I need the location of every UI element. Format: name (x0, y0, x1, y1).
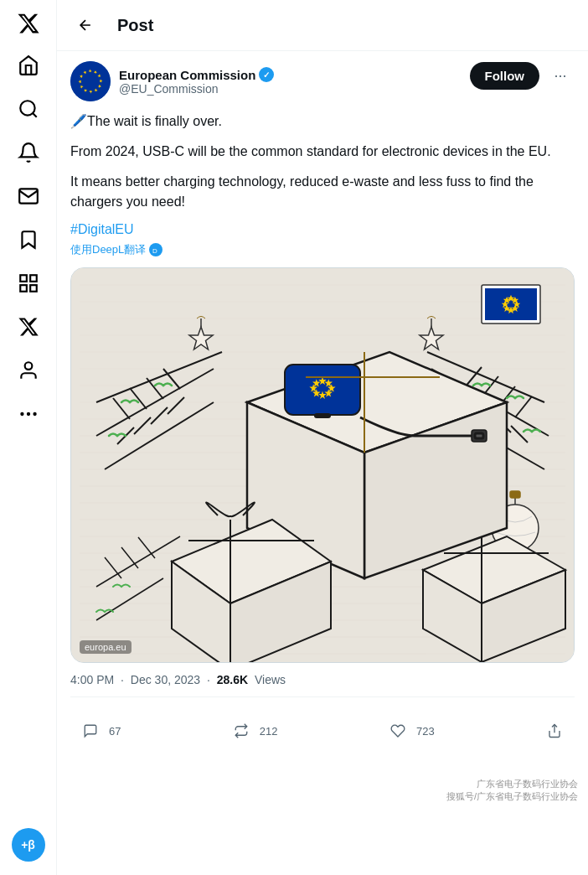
beta-label: +β (21, 838, 35, 852)
watermark: 广东省电子数码行业协会 搜狐号/广东省电子数码行业协会 (57, 771, 588, 810)
follow-button[interactable]: Follow (470, 62, 540, 90)
more-options-button[interactable]: ··· (546, 61, 575, 90)
post-views-count: 28.6K (217, 673, 248, 686)
post-text: 🖊️The wait is finally over. From 2024, U… (70, 111, 575, 212)
author-display-name: European Commission (119, 68, 255, 82)
author-actions: Follow ··· (470, 61, 575, 90)
image-credit: europa.eu (80, 640, 132, 654)
svg-rect-90 (285, 365, 360, 415)
svg-point-9 (21, 413, 23, 415)
post-image: europa.eu (71, 268, 574, 662)
back-button[interactable] (70, 10, 101, 40)
hashtag-link[interactable]: #DigitalEU (70, 222, 134, 236)
share-icon (541, 717, 568, 744)
watermark-line2: 搜狐号/广东省电子数码行业协会 (446, 790, 578, 803)
svg-point-10 (70, 61, 111, 101)
sidebar-item-notifications[interactable] (8, 132, 49, 173)
like-button[interactable]: 723 (378, 711, 441, 751)
hashtag-container: #DigitalEU (70, 222, 575, 237)
post-paragraph-2: From 2024, USB-C will be the common stan… (70, 142, 575, 162)
post-paragraph-1: 🖊️The wait is finally over. (70, 111, 575, 132)
svg-text:D: D (152, 247, 157, 254)
verified-badge (259, 67, 274, 82)
meta-dot-2: · (207, 673, 210, 686)
post-paragraph-3: It means better charging technology, red… (70, 172, 575, 212)
page-title: Post (117, 16, 153, 35)
svg-point-7 (27, 413, 28, 415)
author-name-row: European Commission (119, 67, 274, 82)
author-row: European Commission @EU_Commission Follo… (70, 61, 575, 101)
reply-button[interactable]: 67 (70, 711, 127, 751)
svg-point-0 (20, 101, 34, 115)
svg-line-1 (33, 113, 37, 117)
sidebar: +β (0, 0, 57, 875)
translate-row[interactable]: 使用DeepL翻译 D (70, 242, 575, 257)
svg-point-8 (34, 413, 35, 415)
deepl-icon: D (149, 243, 162, 256)
sidebar-item-explore[interactable] (8, 89, 49, 129)
x-logo[interactable] (12, 7, 45, 40)
post-meta: 4:00 PM · Dec 30, 2023 · 28.6K Views (70, 673, 575, 697)
sidebar-item-more[interactable] (8, 394, 49, 434)
post-image-container: europa.eu (70, 267, 575, 663)
post-date: Dec 30, 2023 (131, 673, 200, 686)
svg-rect-5 (20, 285, 27, 292)
more-dots: ··· (554, 67, 566, 85)
svg-rect-3 (30, 275, 37, 282)
like-count: 723 (416, 725, 435, 738)
svg-rect-4 (30, 285, 37, 292)
retweet-button[interactable]: 212 (221, 711, 285, 751)
svg-rect-99 (314, 413, 331, 418)
like-icon (384, 717, 411, 744)
sidebar-item-x-premium[interactable] (8, 307, 49, 347)
reply-icon (77, 717, 104, 744)
post-views-label: Views (255, 673, 286, 686)
retweet-count: 212 (260, 725, 278, 738)
sidebar-item-profile[interactable] (8, 350, 49, 391)
sidebar-item-messages[interactable] (8, 176, 49, 216)
author-handle: @EU_Commission (119, 82, 274, 96)
sidebar-item-home[interactable] (8, 45, 49, 85)
avatar[interactable] (70, 61, 111, 101)
svg-rect-2 (20, 275, 27, 282)
sidebar-item-bookmarks[interactable] (8, 220, 49, 260)
author-text-info: European Commission @EU_Commission (119, 67, 274, 96)
post-container: European Commission @EU_Commission Follo… (57, 51, 588, 764)
sidebar-item-lists[interactable] (8, 263, 49, 303)
meta-dot-1: · (121, 673, 124, 686)
main-content: Post (57, 0, 588, 875)
author-info-left: European Commission @EU_Commission (70, 61, 274, 101)
translate-label: 使用DeepL翻译 (70, 242, 146, 257)
share-button[interactable] (534, 711, 575, 751)
actions-row: 67 212 (70, 707, 575, 754)
svg-rect-86 (510, 491, 520, 498)
beta-button[interactable]: +β (12, 828, 45, 862)
watermark-line1: 广东省电子数码行业协会 (446, 778, 578, 790)
retweet-icon (228, 717, 255, 744)
svg-point-6 (24, 362, 32, 370)
svg-rect-49 (485, 288, 537, 320)
post-time: 4:00 PM (70, 673, 114, 686)
header: Post (57, 0, 588, 51)
reply-count: 67 (109, 725, 121, 738)
watermark-text: 广东省电子数码行业协会 搜狐号/广东省电子数码行业协会 (446, 778, 578, 804)
svg-rect-101 (475, 433, 483, 438)
